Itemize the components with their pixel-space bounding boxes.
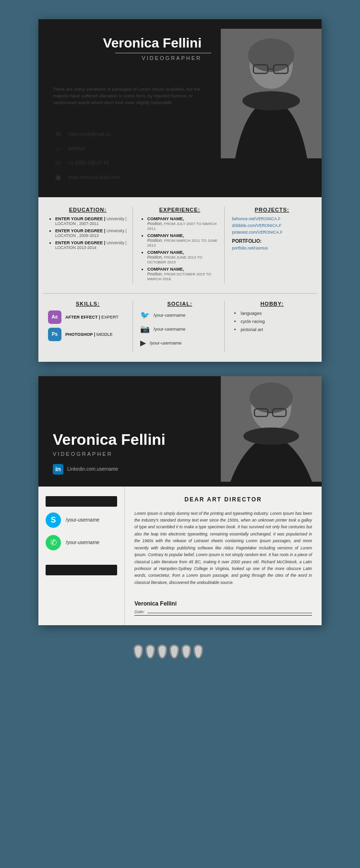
photo-placeholder <box>221 29 322 158</box>
ps-badge: Ps <box>48 328 61 341</box>
projects-title: PROJECTS: <box>232 207 312 213</box>
card2-right-column: DEAR ART DIRECTOR Lorem Ipsum is simply … <box>125 487 322 626</box>
projects-column: PROJECTS: behonce.net/VERONICA.F dribbbl… <box>227 207 317 284</box>
letter-body: Lorem Ipsum is simply dummy text of the … <box>134 510 312 586</box>
website-text: www.veronica.fellini.com <box>68 175 120 180</box>
exp-position-4: Position, <box>147 272 163 276</box>
signature-name: Veronica Fellini <box>134 600 312 607</box>
signature-area: Veronica Fellini Date: <box>134 595 312 616</box>
card2-body: S /your-username ✆ /your-username DEAR A… <box>38 487 322 626</box>
proj-link-3: pinterest.com/VERONICA.F <box>232 230 312 235</box>
exp-position-2: Position, <box>147 238 163 243</box>
ring-3 <box>157 644 167 659</box>
edu-item-2: ENTER YOUR DEGREE | University | LOCATIO… <box>55 228 128 238</box>
card1-bottom: EDUCATION: ENTER YOUR DEGREE | Universit… <box>38 197 322 362</box>
instagram-icon: 📷 <box>140 324 150 333</box>
education-title: EDUCATION: <box>48 207 128 213</box>
contact-website: ▣ www.veronica.fellini.com <box>53 172 211 183</box>
education-list: ENTER YOUR DEGREE | University | LOCATIO… <box>48 216 128 250</box>
twitter-icon: 🐦 <box>140 310 150 320</box>
svg-point-13 <box>243 428 299 445</box>
card2-name: Veronica Fellini <box>53 431 211 448</box>
edu-degree-2: ENTER YOUR DEGREE | <box>55 228 105 233</box>
phone-text: +1 (088) 335 67 93 <box>68 160 109 166</box>
ring-1 <box>133 644 143 659</box>
card2-title: VIDEOGRAPHER <box>53 451 211 457</box>
contact-address: ⌂ address <box>53 143 211 154</box>
instagram-handle: /your-username <box>154 326 186 332</box>
date-label: Date: <box>134 609 145 614</box>
card2-header-left: Veronica Fellini VIDEOGRAPHER in Linkedi… <box>38 376 221 487</box>
exp-company-3: COMPANY NAME, <box>147 250 184 255</box>
letter-salutation: DEAR ART DIRECTOR <box>134 496 312 503</box>
edu-degree-1: ENTER YOUR DEGREE | <box>55 216 105 221</box>
card1-title: VIDEOGRAPHER <box>142 55 211 61</box>
linkedin-icon: in <box>53 464 63 475</box>
proj-link-2: dribbble.com/VERONICA.F <box>232 223 312 228</box>
card1-photo <box>221 29 322 158</box>
contact-phone: ☏ +1 (088) 335 67 93 <box>53 158 211 168</box>
skype-icon: S <box>46 512 61 528</box>
card1-bottom-grid2: SKILLS: Ae AFTER EFFECT | EXPERT Ps PHOT… <box>43 293 317 352</box>
card2-person-silhouette <box>221 376 322 482</box>
card1-header: Veronica Fellini VIDEOGRAPHER PROFILE Th… <box>38 19 322 197</box>
social-instagram: 📷 /your-username <box>140 324 220 333</box>
edu-item-1: ENTER YOUR DEGREE | University | LOCATIO… <box>55 216 128 226</box>
skype-handle: /your-username <box>66 517 99 523</box>
skill-ae: Ae AFTER EFFECT | EXPERT <box>48 310 128 324</box>
card2-left-column: S /your-username ✆ /your-username <box>38 487 125 626</box>
proj-link-1: behonce.net/VERONICA.F <box>232 216 312 221</box>
email-text: your.name@mail.us <box>68 131 111 137</box>
portfolio-title: PORTFOLIO: <box>232 238 312 244</box>
card1-name-area: Veronica Fellini VIDEOGRAPHER <box>38 19 221 66</box>
website-icon: ▣ <box>53 172 63 183</box>
card1-bottom-grid: EDUCATION: ENTER YOUR DEGREE | Universit… <box>43 207 317 284</box>
resume-card-2: Veronica Fellini VIDEOGRAPHER in Linkedi… <box>38 376 322 626</box>
social-twitter: 🐦 /your-username <box>140 310 220 320</box>
edu-degree-3: ENTER YOUR DEGREE | <box>55 240 105 245</box>
exp-company-4: COMPANY NAME, <box>147 267 184 272</box>
contact-email: ✉ your.name@mail.us <box>53 129 211 140</box>
card2-photo <box>221 376 322 482</box>
signature-date: Date: <box>134 609 312 616</box>
portfolio-link: portfolio.net/rasmus <box>232 246 312 250</box>
ps-text: PHOTOSHOP | MIDDLE <box>65 332 113 337</box>
contact-section: CONTACT ✉ your.name@mail.us ⌂ address ☏ … <box>53 114 211 183</box>
skill-ps: Ps PHOTOSHOP | MIDDLE <box>48 328 128 341</box>
exp-position-3: Position, <box>147 255 163 260</box>
exp-item-4: COMPANY NAME, Position, FROM OCTOBER 201… <box>147 267 220 281</box>
address-text: address <box>68 146 85 151</box>
exp-position-1: Position, <box>147 221 163 226</box>
social-column: SOCIAL: 🐦 /your-username 📷 /your-usernam… <box>135 301 225 352</box>
edu-item-3: ENTER YOUR DEGREE | University | LOCATIO… <box>55 240 128 250</box>
hobby-item-1: languages <box>240 310 312 316</box>
ring-6 <box>193 644 203 659</box>
experience-list: COMPANY NAME, Position, FROM JULY 2007 T… <box>140 216 220 281</box>
date-line <box>147 609 312 613</box>
card2-whatsapp: ✆ /your-username <box>46 535 117 550</box>
profile-section-title: PROFILE <box>53 71 83 81</box>
profile-text: There are many variations of passages of… <box>53 86 211 107</box>
ring-4 <box>169 644 179 659</box>
ring-5 <box>181 644 191 659</box>
experience-title: EXPERIENCE: <box>140 207 220 213</box>
notebook-decoration <box>133 644 227 659</box>
resume-card-1: Veronica Fellini VIDEOGRAPHER PROFILE Th… <box>38 19 322 362</box>
experience-column: EXPERIENCE: COMPANY NAME, Position, FROM… <box>135 207 225 284</box>
whatsapp-handle: /your-username <box>66 540 99 545</box>
ring-2 <box>145 644 155 659</box>
svg-point-2 <box>248 38 294 72</box>
card1-name: Veronica Fellini <box>103 26 211 51</box>
hobby-item-2: cycle racing <box>240 319 312 324</box>
youtube-icon: ▶ <box>140 338 146 347</box>
hobby-title: HOBBY: <box>232 301 312 307</box>
card1-left-content: PROFILE There are many variations of pas… <box>38 66 221 197</box>
card2-header: Veronica Fellini VIDEOGRAPHER in Linkedi… <box>38 376 322 487</box>
address-icon: ⌂ <box>53 143 63 154</box>
linkedin-url: Linkedin.com.username <box>67 466 118 472</box>
exp-company-2: COMPANY NAME, <box>147 233 184 238</box>
card2-linkedin: in Linkedin.com.username <box>53 464 211 475</box>
hobby-list: languages cycle racing pictorial art <box>232 310 312 332</box>
ae-badge: Ae <box>48 310 61 324</box>
social-youtube: ▶ /your-username <box>140 338 220 347</box>
